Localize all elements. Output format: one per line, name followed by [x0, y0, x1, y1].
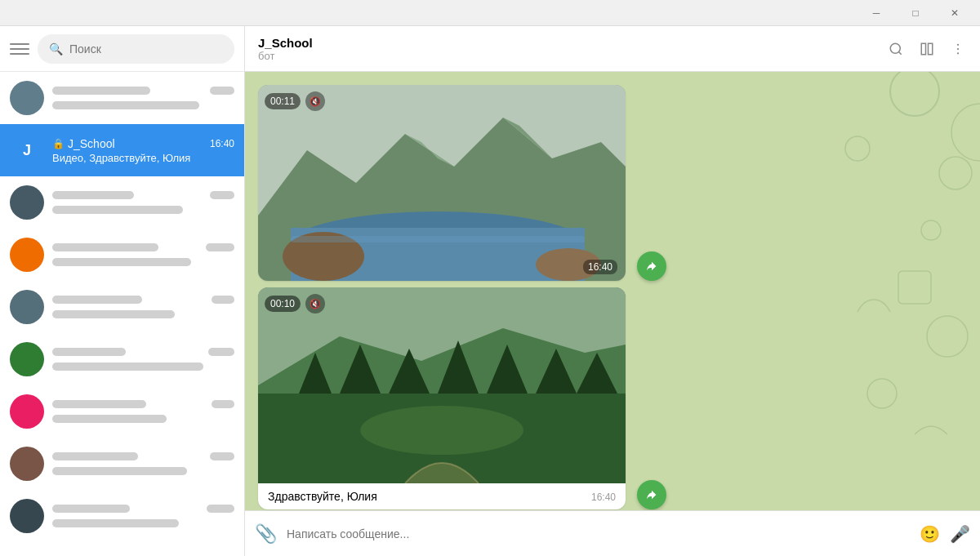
chat-name-blur	[52, 348, 126, 356]
list-item[interactable]	[0, 229, 244, 281]
chat-time: 16:40	[210, 138, 234, 149]
chat-name-blur	[52, 296, 142, 304]
chat-preview-blur	[52, 467, 187, 475]
chat-info	[52, 346, 234, 372]
chat-preview-blur	[52, 206, 183, 214]
columns-button[interactable]	[918, 40, 936, 58]
chat-name-blur	[52, 191, 134, 199]
chat-area: J_School бот	[245, 26, 980, 556]
video-overlay-2: 00:10 🔇	[265, 294, 325, 314]
svg-point-34	[360, 406, 523, 455]
svg-point-12	[957, 43, 959, 45]
search-input[interactable]	[69, 42, 223, 56]
avatar	[10, 342, 44, 376]
search-icon: 🔍	[49, 42, 63, 56]
svg-rect-23	[291, 236, 585, 242]
minimize-button[interactable]: ─	[858, 0, 895, 26]
message-row-2: 00:10 🔇 Здравствуйте, Юлия 16:40	[258, 287, 967, 509]
chat-info	[52, 85, 234, 111]
chat-item-jschool[interactable]: J 🔒 J_School 16:40 Видео, Здравствуйте, …	[0, 124, 244, 176]
chat-input-area: 📎 🙂 🎤	[245, 510, 980, 556]
mic-button[interactable]: 🎤	[950, 524, 970, 544]
message-time-2: 16:40	[591, 492, 616, 503]
avatar: J	[10, 133, 44, 167]
avatar	[10, 447, 44, 481]
message-text: Здравствуйте, Юлия	[268, 490, 377, 503]
sidebar: 🔍 J	[0, 26, 245, 556]
chat-name-blur	[52, 87, 150, 95]
chat-time-blur	[212, 400, 234, 408]
avatar	[10, 238, 44, 272]
chat-preview-blur	[52, 415, 167, 423]
video-thumbnail-2[interactable]: 00:10 🔇	[258, 287, 626, 483]
chat-time-blur	[206, 243, 234, 251]
list-item[interactable]	[0, 281, 244, 333]
chat-preview-blur	[52, 519, 179, 527]
chat-preview: Видео, Здравствуйте, Юлия	[52, 152, 234, 164]
svg-point-8	[890, 43, 900, 53]
chat-time-blur	[210, 87, 234, 95]
list-item[interactable]	[0, 385, 244, 438]
attach-button[interactable]: 📎	[255, 523, 277, 545]
list-item[interactable]	[0, 176, 244, 229]
chat-name: 🔒 J_School	[52, 137, 115, 150]
video-duration-2: 00:10	[265, 296, 301, 312]
chat-name-blur	[52, 505, 130, 513]
chat-info	[52, 398, 234, 425]
avatar	[10, 394, 44, 429]
mute-icon-1: 🔇	[305, 91, 325, 111]
list-item[interactable]	[0, 72, 244, 124]
message-row-1: 00:11 🔇 16:40	[258, 85, 967, 281]
chat-header-name: J_School	[258, 36, 877, 50]
mute-icon-2: 🔇	[305, 294, 325, 314]
header-icons	[887, 40, 967, 58]
lock-icon: 🔒	[52, 138, 65, 149]
emoji-button[interactable]: 🙂	[920, 524, 940, 544]
chat-list: J 🔒 J_School 16:40 Видео, Здравствуйте, …	[0, 72, 244, 556]
close-button[interactable]: ✕	[936, 0, 973, 26]
video-duration-1: 00:11	[265, 93, 301, 109]
titlebar: ─ □ ✕	[0, 0, 980, 26]
video-overlay-1: 00:11 🔇	[265, 91, 325, 111]
chat-preview-blur	[52, 363, 203, 371]
svg-rect-10	[921, 43, 925, 55]
chat-name-text: J_School	[68, 137, 115, 150]
forward-button-1[interactable]	[637, 251, 666, 281]
chat-time-blur	[210, 452, 234, 460]
list-item[interactable]	[0, 438, 244, 490]
app-body: 🔍 J	[0, 26, 980, 556]
chat-time-blur	[208, 348, 234, 356]
chat-preview-blur	[52, 101, 199, 109]
forward-button-2[interactable]	[637, 480, 666, 509]
chat-info	[52, 242, 234, 268]
svg-point-14	[957, 52, 959, 54]
avatar	[10, 185, 44, 220]
list-item[interactable]	[0, 333, 244, 385]
message-input[interactable]	[287, 527, 910, 540]
avatar	[10, 499, 44, 533]
list-item[interactable]	[0, 490, 244, 542]
video-time-1: 16:40	[583, 260, 617, 274]
chat-info: 🔒 J_School 16:40 Видео, Здравствуйте, Юл…	[52, 137, 234, 164]
message-bubble-1: 00:11 🔇 16:40	[258, 85, 626, 281]
chat-preview-blur	[52, 310, 175, 318]
chat-time-blur	[207, 505, 234, 513]
chat-header-info: J_School бот	[258, 36, 877, 62]
window-controls: ─ □ ✕	[858, 0, 973, 26]
svg-line-9	[898, 51, 901, 54]
chat-header-status: бот	[258, 50, 877, 62]
menu-button[interactable]	[10, 39, 29, 59]
more-options-button[interactable]	[949, 40, 967, 58]
maximize-button[interactable]: □	[897, 0, 934, 26]
svg-point-13	[957, 47, 959, 49]
chat-name-blur	[52, 243, 158, 251]
video-thumbnail-1[interactable]: 00:11 🔇 16:40	[258, 85, 626, 281]
search-box[interactable]: 🔍	[38, 34, 234, 64]
svg-rect-11	[929, 43, 933, 55]
chat-info	[52, 451, 234, 477]
search-header-button[interactable]	[887, 40, 905, 58]
chat-name-blur	[52, 452, 138, 460]
chat-header: J_School бот	[245, 26, 980, 72]
avatar	[10, 81, 44, 115]
avatar	[10, 290, 44, 324]
